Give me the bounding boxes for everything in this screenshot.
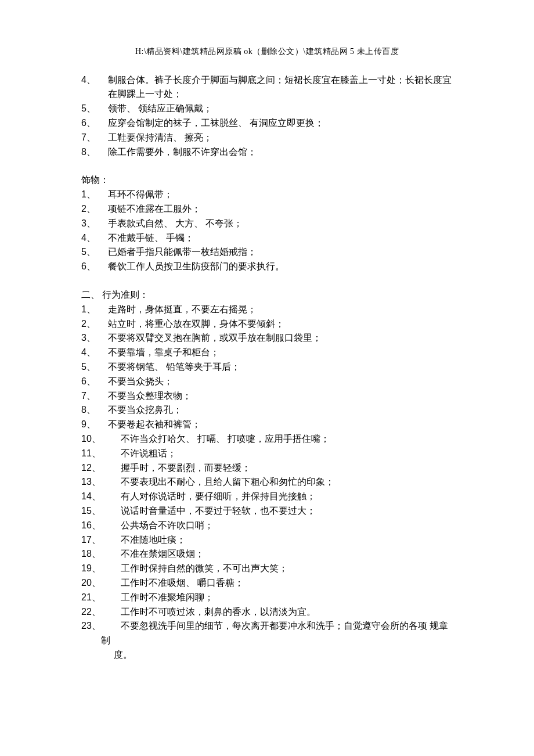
item-text: 不要靠墙，靠桌子和柜台；: [108, 345, 453, 360]
item-text: 不要当众挠头；: [108, 375, 453, 389]
item-number: 8、: [81, 145, 108, 160]
list-item: 5、 领带、 领结应正确佩戴；: [81, 102, 453, 116]
item-text: 已婚者手指只能佩带一枚结婚戒指；: [108, 245, 453, 260]
list-item: 3、 不要将双臂交叉抱在胸前，或双手放在制服口袋里；: [81, 331, 453, 345]
item-text: 工作时不准吸烟、 嚼口香糖；: [115, 576, 453, 591]
list-item: 10、 不许当众打哈欠、 打嗝、 打喷嚏，应用手捂住嘴；: [81, 432, 453, 447]
item-number: 23、: [81, 619, 115, 633]
section-conduct: 二、 行为准则： 1、 走路时，身体挺直，不要左右摇晃； 2、 站立时，将重心放…: [81, 288, 453, 663]
item-number: 8、: [81, 403, 108, 417]
list-item: 18、 不准在禁烟区吸烟；: [81, 547, 453, 561]
item-text: 不要表现出不耐心，且给人留下粗心和匆忙的印象；: [115, 475, 453, 489]
item-number: 6、: [81, 375, 108, 389]
item-number: 13、: [81, 475, 115, 489]
item-number: 5、: [81, 245, 108, 260]
list-item: 8、 不要当众挖鼻孔；: [81, 403, 453, 417]
item-text-cont: 在脚踝上一寸处；: [81, 87, 453, 102]
list-item: 6、 应穿会馆制定的袜子，工袜脱丝、 有洞应立即更换；: [81, 116, 453, 131]
item-text: 工作时不可喷过浓，刺鼻的香水，以清淡为宜。: [115, 605, 453, 620]
item-number: 1、: [81, 188, 108, 202]
item-text: 公共场合不许吹口哨；: [115, 519, 453, 533]
list-item: 11、 不许说粗话；: [81, 447, 453, 461]
item-number: 2、: [81, 317, 108, 332]
item-number: 4、: [81, 73, 108, 88]
item-text: 不许说粗话；: [115, 447, 453, 461]
item-number: 14、: [81, 489, 115, 504]
item-number: 17、: [81, 533, 115, 548]
list-item: 6、 餐饮工作人员按卫生防疫部门的要求执行。: [81, 260, 453, 274]
item-text: 工作时不准聚堆闲聊；: [115, 591, 453, 605]
item-number: 7、: [81, 131, 108, 145]
section-title: 饰物：: [81, 173, 453, 188]
item-number: 21、: [81, 591, 115, 605]
list-item: 19、 工作时保持自然的微笑，不可出声大笑；: [81, 561, 453, 576]
list-item: 5、 不要将钢笔、 铅笔等夹于耳后；: [81, 360, 453, 375]
item-number: 6、: [81, 116, 108, 131]
list-item: 2、 站立时，将重心放在双脚，身体不要倾斜；: [81, 317, 453, 332]
item-text: 不要将钢笔、 铅笔等夹于耳后；: [108, 360, 453, 375]
item-number: 7、: [81, 389, 108, 404]
item-text: 不准戴手链、 手镯；: [108, 231, 453, 246]
item-number: 3、: [81, 331, 108, 345]
list-item: 4、 制服合体。裤子长度介于脚面与脚底之间；短裙长度宜在膝盖上一寸处；长裙长度宜: [81, 73, 453, 88]
item-text: 不要当众挖鼻孔；: [108, 403, 453, 417]
list-item: 1、 走路时，身体挺直，不要左右摇晃；: [81, 303, 453, 317]
item-number: 10、: [81, 432, 115, 447]
list-item: 13、 不要表现出不耐心，且给人留下粗心和匆忙的印象；: [81, 475, 453, 489]
item-number: 3、: [81, 217, 108, 231]
item-text: 餐饮工作人员按卫生防疫部门的要求执行。: [108, 260, 453, 274]
list-item: 23、 不要忽视洗手间里的细节，每次离开都要冲水和洗手；自觉遵守会所的各项 规章: [81, 619, 453, 633]
list-item: 22、 工作时不可喷过浓，刺鼻的香水，以清淡为宜。: [81, 605, 453, 620]
list-item: 6、 不要当众挠头；: [81, 375, 453, 389]
list-item: 12、 握手时，不要剧烈，而要轻缓；: [81, 461, 453, 476]
item-text: 不准在禁烟区吸烟；: [115, 547, 453, 561]
item-text: 有人对你说话时，要仔细听，并保持目光接触；: [115, 489, 453, 504]
item-text: 不要忽视洗手间里的细节，每次离开都要冲水和洗手；自觉遵守会所的各项 规章: [115, 619, 453, 633]
list-item: 15、 说话时音量适中，不要过于轻软，也不要过大；: [81, 504, 453, 519]
list-item: 7、 不要当众整理衣物；: [81, 389, 453, 404]
list-item: 9、 不要卷起衣袖和裤管；: [81, 417, 453, 432]
item-text: 项链不准露在工服外；: [108, 202, 453, 217]
list-item: 14、 有人对你说话时，要仔细听，并保持目光接触；: [81, 489, 453, 504]
item-text: 领带、 领结应正确佩戴；: [108, 102, 453, 116]
item-text: 除工作需要外，制服不许穿出会馆；: [108, 145, 453, 160]
item-text: 不准随地吐痰；: [115, 533, 453, 548]
item-text: 握手时，不要剧烈，而要轻缓；: [115, 461, 453, 476]
item-text: 手表款式自然、 大方、 不夸张；: [108, 217, 453, 231]
item-number: 16、: [81, 519, 115, 533]
item-number: 9、: [81, 417, 108, 432]
item-number: 1、: [81, 303, 108, 317]
section-title: 二、 行为准则：: [81, 288, 453, 303]
item-text: 说话时音量适中，不要过于轻软，也不要过大；: [115, 504, 453, 519]
item-number: 2、: [81, 202, 108, 217]
item-number: 22、: [81, 605, 115, 620]
item-number: 5、: [81, 102, 108, 116]
item-number: 11、: [81, 447, 115, 461]
section-accessories: 饰物： 1、 耳环不得佩带； 2、 项链不准露在工服外； 3、 手表款式自然、 …: [81, 173, 453, 274]
list-item: 1、 耳环不得佩带；: [81, 188, 453, 202]
item-number: 12、: [81, 461, 115, 476]
item-text: 工作时保持自然的微笑，不可出声大笑；: [115, 561, 453, 576]
item-text-cont: 度。: [81, 648, 453, 663]
item-text: 站立时，将重心放在双脚，身体不要倾斜；: [108, 317, 453, 332]
list-item: 4、 不要靠墙，靠桌子和柜台；: [81, 345, 453, 360]
list-item: 2、 项链不准露在工服外；: [81, 202, 453, 217]
list-item: 8、 除工作需要外，制服不许穿出会馆；: [81, 145, 453, 160]
list-item: 4、 不准戴手链、 手镯；: [81, 231, 453, 246]
item-number: 4、: [81, 231, 108, 246]
item-text: 不要当众整理衣物；: [108, 389, 453, 404]
item-number: 18、: [81, 547, 115, 561]
item-number: 20、: [81, 576, 115, 591]
section-uniform-continued: 4、 制服合体。裤子长度介于脚面与脚底之间；短裙长度宜在膝盖上一寸处；长裙长度宜…: [81, 73, 453, 160]
item-text: 走路时，身体挺直，不要左右摇晃；: [108, 303, 453, 317]
item-text-cont: 制: [81, 633, 453, 648]
list-item: 17、 不准随地吐痰；: [81, 533, 453, 548]
header-path: H:\精品资料\建筑精品网原稿 ok（删除公文）\建筑精品网 5 未上传百度: [81, 45, 453, 58]
item-number: 19、: [81, 561, 115, 576]
item-number: 6、: [81, 260, 108, 274]
list-item: 16、 公共场合不许吹口哨；: [81, 519, 453, 533]
item-text: 制服合体。裤子长度介于脚面与脚底之间；短裙长度宜在膝盖上一寸处；长裙长度宜: [108, 73, 453, 88]
item-number: 15、: [81, 504, 115, 519]
list-item: 20、 工作时不准吸烟、 嚼口香糖；: [81, 576, 453, 591]
list-item: 5、 已婚者手指只能佩带一枚结婚戒指；: [81, 245, 453, 260]
